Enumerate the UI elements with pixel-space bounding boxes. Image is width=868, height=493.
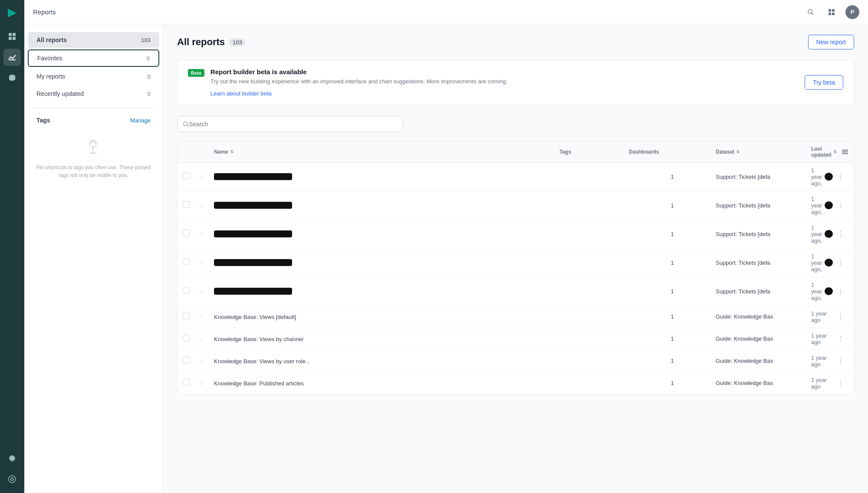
user-avatar[interactable]: P: [845, 5, 859, 19]
table-row[interactable]: ☆ 1 Support: Tickets [defa 1 year ago, ⋮: [178, 220, 854, 249]
row-updated: 1 year ago,: [811, 253, 833, 273]
row-updated-text: 1 year ago,: [811, 282, 822, 301]
app-logo[interactable]: [4, 5, 20, 21]
row-star-icon[interactable]: ☆: [198, 357, 204, 365]
row-star-cell[interactable]: ☆: [198, 357, 214, 365]
table-row[interactable]: ☆ Knowledge Base: Published articles 1 G…: [178, 372, 854, 394]
row-star-cell[interactable]: ☆: [198, 313, 214, 321]
row-more-menu[interactable]: ⋮: [833, 335, 848, 343]
row-checkbox-cell[interactable]: [183, 201, 198, 210]
row-star-cell[interactable]: ☆: [198, 335, 214, 343]
row-star-cell[interactable]: ☆: [198, 287, 214, 295]
row-updated: 1 year ago: [811, 310, 833, 323]
row-star-icon[interactable]: ☆: [198, 230, 204, 237]
col-header-dashboards[interactable]: Dashboards: [629, 149, 716, 155]
row-checkbox[interactable]: [183, 312, 190, 319]
row-more-menu[interactable]: ⋮: [833, 357, 848, 365]
row-star-icon[interactable]: ☆: [198, 201, 204, 209]
row-dataset: Guide: Knowledge Bas: [716, 380, 811, 386]
row-star-cell[interactable]: ☆: [198, 379, 214, 387]
row-dashboards: 1: [629, 335, 716, 342]
row-checkbox-cell[interactable]: [183, 379, 198, 388]
row-star-icon[interactable]: ☆: [198, 173, 204, 180]
row-checkbox-cell[interactable]: [183, 357, 198, 365]
row-checkbox-cell[interactable]: [183, 258, 198, 267]
row-updated-badge: [825, 173, 833, 181]
search-icon-btn[interactable]: [804, 5, 818, 19]
row-checkbox-cell[interactable]: [183, 312, 198, 321]
table-row[interactable]: ☆ 1 Support: Tickets [defa 1 year ago, ⋮: [178, 249, 854, 277]
table-row[interactable]: ☆ 1 Support: Tickets [defa 1 year ago, ⋮: [178, 191, 854, 220]
row-more-menu[interactable]: ⋮: [833, 259, 848, 267]
svg-rect-15: [832, 13, 835, 15]
table-row[interactable]: ☆ 1 Support: Tickets [defa 1 year ago, ⋮: [178, 277, 854, 306]
row-checkbox[interactable]: [183, 379, 190, 386]
row-checkbox-cell[interactable]: [183, 172, 198, 181]
sidebar-item-home[interactable]: [3, 28, 21, 45]
try-beta-button[interactable]: Try beta: [805, 75, 843, 90]
row-dashboards: 1: [629, 288, 716, 295]
row-checkbox[interactable]: [183, 357, 190, 364]
row-star-icon[interactable]: ☆: [198, 313, 204, 320]
main-container: Reports P All reports 103 Favorites: [24, 0, 868, 493]
row-star-icon[interactable]: ☆: [198, 335, 204, 342]
row-star-icon[interactable]: ☆: [198, 259, 204, 266]
sidebar-item-reports[interactable]: [3, 49, 21, 66]
svg-rect-2: [13, 33, 16, 36]
row-star-cell[interactable]: ☆: [198, 259, 214, 266]
row-dashboards: 1: [629, 202, 716, 209]
row-star-icon[interactable]: ☆: [198, 287, 204, 295]
row-updated: 1 year ago: [811, 355, 833, 368]
row-more-menu[interactable]: ⋮: [833, 312, 848, 321]
new-report-button[interactable]: New report: [808, 35, 854, 49]
table-row[interactable]: ☆ 1 Support: Tickets [defa 1 year ago, ⋮: [178, 163, 854, 191]
report-count-badge: 103: [229, 38, 246, 46]
sidebar-item-favorites[interactable]: Favorites 0: [28, 49, 159, 67]
row-updated: 1 year ago,: [811, 282, 833, 301]
row-checkbox[interactable]: [183, 287, 190, 294]
row-more-menu[interactable]: ⋮: [833, 173, 848, 181]
row-checkbox[interactable]: [183, 201, 190, 208]
row-checkbox[interactable]: [183, 230, 190, 237]
row-checkbox[interactable]: [183, 335, 190, 342]
sidebar-item-my-reports[interactable]: My reports 0: [28, 69, 159, 84]
col-header-dataset[interactable]: Dataset ⇅: [716, 149, 811, 155]
row-updated: 1 year ago,: [811, 196, 833, 215]
grid-icon-btn[interactable]: [825, 5, 838, 19]
col-header-tags[interactable]: Tags: [559, 149, 629, 155]
search-input[interactable]: [189, 121, 397, 128]
row-star-cell[interactable]: ☆: [198, 173, 214, 181]
tags-manage-link[interactable]: Manage: [130, 117, 151, 124]
row-more-menu[interactable]: ⋮: [833, 230, 848, 238]
row-updated-text: 1 year ago: [811, 332, 833, 345]
svg-rect-4: [13, 37, 16, 40]
row-dataset: Guide: Knowledge Bas: [716, 313, 811, 320]
col-header-updated[interactable]: Last updated ⇅: [811, 146, 833, 158]
row-star-icon[interactable]: ☆: [198, 379, 204, 387]
sidebar-item-settings[interactable]: [3, 450, 21, 467]
col-header-name[interactable]: Name ⇅: [214, 149, 559, 155]
row-more-menu[interactable]: ⋮: [833, 201, 848, 210]
sidebar-item-support[interactable]: [3, 470, 21, 488]
row-star-cell[interactable]: ☆: [198, 201, 214, 209]
row-star-cell[interactable]: ☆: [198, 230, 214, 238]
table-row[interactable]: ☆ Knowledge Base: Views by user role... …: [178, 350, 854, 372]
row-more-menu[interactable]: ⋮: [833, 287, 848, 296]
row-checkbox[interactable]: [183, 258, 190, 265]
row-checkbox[interactable]: [183, 172, 190, 179]
row-checkbox-cell[interactable]: [183, 230, 198, 238]
table-row[interactable]: ☆ Knowledge Base: Views [default] 1 Guid…: [178, 306, 854, 328]
sidebar-item-all-reports[interactable]: All reports 103: [28, 32, 159, 48]
row-updated-text: 1 year ago,: [811, 167, 822, 187]
table-row[interactable]: ☆ Knowledge Base: Views by channel 1 Gui…: [178, 328, 854, 350]
row-more-menu[interactable]: ⋮: [833, 379, 848, 387]
sidebar-item-recently-updated[interactable]: Recently updated 0: [28, 86, 159, 102]
sidebar-item-data[interactable]: [3, 69, 21, 87]
beta-learn-link[interactable]: Learn about builder beta: [210, 90, 272, 97]
svg-rect-12: [829, 9, 831, 12]
row-name: Knowledge Base: Views by channel: [214, 336, 303, 342]
row-checkbox-cell[interactable]: [183, 287, 198, 296]
tags-empty-text: Pin shortcuts to tags you often use. The…: [33, 164, 154, 179]
columns-toggle-icon[interactable]: [833, 148, 848, 155]
row-checkbox-cell[interactable]: [183, 335, 198, 343]
